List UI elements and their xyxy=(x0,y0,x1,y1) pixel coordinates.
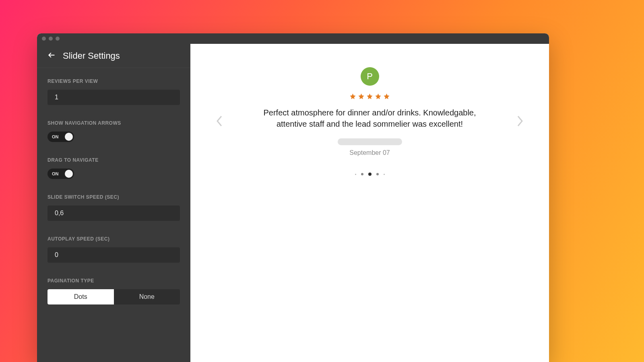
reviewer-avatar: P xyxy=(361,67,379,86)
pagination-dot[interactable] xyxy=(361,173,363,175)
reviews-per-view-input[interactable] xyxy=(47,90,180,105)
pagination-type-segmented: Dots None xyxy=(47,289,180,304)
field-label: AUTOPLAY SPEED (SEC) xyxy=(47,236,180,242)
window-content: Slider Settings REVIEWS PER VIEW SHOW NA… xyxy=(37,44,549,362)
pagination-dots-button[interactable]: Dots xyxy=(47,289,114,304)
drag-to-navigate-toggle[interactable]: ON xyxy=(47,169,74,179)
field-label: PAGINATION TYPE xyxy=(47,278,180,284)
traffic-light-close[interactable] xyxy=(42,37,46,41)
traffic-light-zoom[interactable] xyxy=(56,37,60,41)
show-nav-arrows-toggle[interactable]: ON xyxy=(47,132,74,142)
pagination-dot[interactable] xyxy=(355,174,356,175)
next-slide-button[interactable] xyxy=(514,115,525,129)
back-button[interactable] xyxy=(47,51,56,61)
field-label: SLIDE SWITCH SPEED (SEC) xyxy=(47,194,180,200)
arrow-left-icon xyxy=(47,51,56,59)
star-icon xyxy=(366,93,373,101)
chevron-left-icon xyxy=(215,115,225,128)
slider-pagination xyxy=(355,173,385,176)
star-icon xyxy=(383,93,390,101)
field-label: REVIEWS PER VIEW xyxy=(47,78,180,84)
field-slide-switch-speed: SLIDE SWITCH SPEED (SEC) xyxy=(47,194,180,221)
field-label: DRAG TO NAVIGATE xyxy=(47,157,180,163)
traffic-light-minimize[interactable] xyxy=(49,37,53,41)
reviewer-name-placeholder xyxy=(338,138,402,145)
star-rating xyxy=(349,93,390,101)
sidebar-header: Slider Settings xyxy=(37,44,190,68)
toggle-knob xyxy=(65,170,73,178)
toggle-knob xyxy=(65,133,73,141)
toggle-on-label: ON xyxy=(52,171,59,176)
field-show-nav-arrows: SHOW NAVIGATION ARROWS ON xyxy=(47,120,180,142)
slide-switch-speed-input[interactable] xyxy=(47,206,180,221)
window-titlebar xyxy=(37,33,549,44)
review-date: September 07 xyxy=(349,149,390,156)
prev-slide-button[interactable] xyxy=(215,115,225,129)
chevron-right-icon xyxy=(514,115,525,128)
review-text: Perfect atmosphere for dinner and/or dri… xyxy=(249,107,491,130)
pagination-none-button[interactable]: None xyxy=(114,289,180,304)
toggle-on-label: ON xyxy=(52,134,59,139)
star-icon xyxy=(358,93,365,101)
review-card: P Perfect atmosphere for dinner and/or d… xyxy=(233,67,507,156)
app-window: Slider Settings REVIEWS PER VIEW SHOW NA… xyxy=(37,33,549,362)
sidebar-title: Slider Settings xyxy=(63,51,120,61)
pagination-dot[interactable] xyxy=(376,173,379,175)
field-drag-to-navigate: DRAG TO NAVIGATE ON xyxy=(47,157,180,179)
autoplay-speed-input[interactable] xyxy=(47,247,180,263)
background-gradient: Slider Settings REVIEWS PER VIEW SHOW NA… xyxy=(0,0,644,362)
sidebar-body: REVIEWS PER VIEW SHOW NAVIGATION ARROWS … xyxy=(37,68,190,321)
pagination-dot[interactable] xyxy=(384,174,385,175)
settings-sidebar: Slider Settings REVIEWS PER VIEW SHOW NA… xyxy=(37,44,190,362)
field-autoplay-speed: AUTOPLAY SPEED (SEC) xyxy=(47,236,180,263)
pagination-dot-active[interactable] xyxy=(368,173,372,176)
field-label: SHOW NAVIGATION ARROWS xyxy=(47,120,180,126)
star-icon xyxy=(349,93,356,101)
star-icon xyxy=(375,93,382,101)
field-pagination-type: PAGINATION TYPE Dots None xyxy=(47,278,180,304)
field-reviews-per-view: REVIEWS PER VIEW xyxy=(47,78,180,105)
preview-pane: P Perfect atmosphere for dinner and/or d… xyxy=(190,44,549,362)
